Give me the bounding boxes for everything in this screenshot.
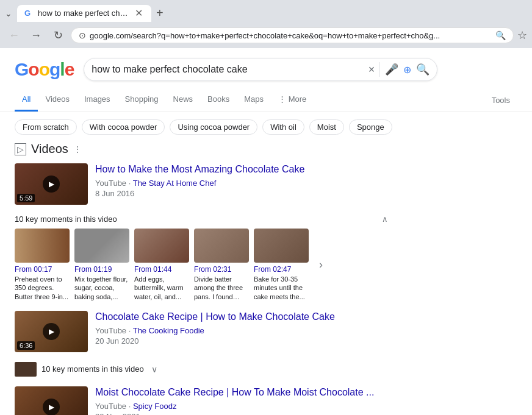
moment-more-button[interactable]: ›: [314, 247, 328, 282]
address-text: google.com/search?q=how+to+make+perfect+…: [90, 31, 492, 40]
logo-letter-l: l: [60, 59, 64, 80]
chip-sponge[interactable]: Sponge: [349, 119, 392, 135]
video-channel-2: The Cooking Foodie: [133, 326, 204, 335]
video-thumbnail-1[interactable]: ▶ 5:59: [15, 163, 88, 205]
forward-button[interactable]: →: [27, 26, 45, 44]
browser-tab[interactable]: G how to make perfect chocolate ✕: [17, 5, 151, 22]
moment-from-4: From 02:31: [194, 265, 249, 274]
tab-close-button[interactable]: ✕: [134, 9, 144, 18]
video-date-3: 30 Nov 2021: [95, 412, 388, 415]
moment-card-2[interactable]: From 01:19 Mix together flour, sugar, co…: [74, 229, 129, 301]
reload-button[interactable]: ↻: [49, 26, 67, 44]
back-button[interactable]: ←: [5, 26, 23, 44]
video-source-3: YouTube · Spicy Foodz: [95, 402, 388, 411]
moment-from-2: From 01:19: [74, 265, 129, 274]
moment-card-1[interactable]: From 00:17 Preheat oven to 350 degrees. …: [15, 229, 70, 301]
video-title-3[interactable]: Moist Chocolate Cake Recipe | How To Mak…: [95, 386, 388, 399]
chip-moist[interactable]: Moist: [309, 119, 344, 135]
moment-from-5: From 02:47: [254, 265, 309, 274]
chip-from-scratch[interactable]: From scratch: [15, 119, 77, 135]
bookmark-button[interactable]: ☆: [517, 29, 527, 42]
video-play-icon-2[interactable]: ▶: [43, 323, 60, 340]
video-play-icon-3[interactable]: ▶: [43, 399, 60, 415]
lens-search-icon[interactable]: ⊕: [403, 64, 411, 76]
logo-letter-e: e: [65, 59, 74, 80]
video-source-1: YouTube · The Stay At Home Chef: [95, 179, 388, 188]
videos-section-menu[interactable]: ⋮: [73, 144, 82, 154]
tab-videos[interactable]: Videos: [38, 88, 77, 112]
key-moments-grid-1: From 00:17 Preheat oven to 350 degrees. …: [15, 229, 388, 301]
key-moments-toggle-2[interactable]: ∨: [151, 364, 157, 374]
address-bar[interactable]: ⊙ google.com/search?q=how+to+make+perfec…: [71, 27, 514, 43]
moment-thumb-2: [74, 229, 129, 263]
moment-desc-2: Mix together flour, sugar, cocoa, baking…: [74, 275, 129, 301]
moment-thumb-1: [15, 229, 70, 263]
moment-card-4[interactable]: From 02:31 Divide batter among the three…: [194, 229, 249, 301]
key-moments-label-1: 10 key moments in this video: [15, 215, 117, 224]
chip-with-oil[interactable]: With oil: [262, 119, 304, 135]
tab-books[interactable]: Books: [200, 88, 237, 112]
search-submit-button[interactable]: 🔍: [416, 63, 430, 76]
mini-thumb-2: [15, 362, 37, 377]
key-moments-collapse-1[interactable]: ∧: [382, 215, 388, 224]
video-card-3: ▶ 3:48 Moist Chocolate Cake Recipe | How…: [15, 386, 388, 415]
chip-using-cocoa-powder[interactable]: Using cocoa powder: [170, 119, 257, 135]
video-source-2: YouTube · The Cooking Foodie: [95, 326, 388, 335]
tab-all[interactable]: All: [15, 88, 38, 112]
video-thumbnail-2[interactable]: ▶ 6:36: [15, 311, 88, 352]
videos-section-icon: ▷: [15, 143, 26, 155]
search-clear-button[interactable]: ×: [368, 63, 375, 76]
logo-letter-o2: o: [39, 59, 49, 80]
moment-thumb-5: [254, 229, 309, 263]
video-card-2: ▶ 6:36 Chocolate Cake Recipe | How to Ma…: [15, 311, 388, 352]
video-title-1[interactable]: How to Make the Most Amazing Chocolate C…: [95, 163, 388, 176]
search-divider: [379, 62, 380, 77]
moment-card-3[interactable]: From 01:44 Add eggs, buttermilk, warm wa…: [134, 229, 189, 301]
video-channel-3: Spicy Foodz: [133, 402, 177, 411]
google-header: Google × 🎤 ⊕ 🔍: [0, 48, 532, 86]
video-title-2[interactable]: Chocolate Cake Recipe | How to Make Choc…: [95, 311, 388, 324]
page-content: Google × 🎤 ⊕ 🔍 All Videos Images Shoppin…: [0, 48, 532, 415]
moment-desc-4: Divide batter among the three pans. I fo…: [194, 275, 249, 301]
moment-thumb-4: [194, 229, 249, 263]
tab-more[interactable]: ⋮ More: [271, 88, 314, 112]
new-tab-button[interactable]: +: [151, 4, 168, 23]
search-input[interactable]: [92, 64, 363, 75]
videos-section-title: Videos: [31, 142, 68, 156]
tab-images[interactable]: Images: [77, 88, 118, 112]
moment-desc-1: Preheat oven to 350 degrees. Butter thre…: [15, 275, 70, 301]
video-info-2: Chocolate Cake Recipe | How to Make Choc…: [95, 311, 388, 352]
moment-thumb-3: [134, 229, 189, 263]
videos-section-header: ▷ Videos ⋮: [15, 142, 388, 156]
nav-tabs: All Videos Images Shopping News Books Ma…: [0, 86, 532, 112]
search-box[interactable]: × 🎤 ⊕ 🔍: [84, 58, 437, 81]
address-search-icon: 🔍: [495, 30, 506, 40]
video-play-icon-1[interactable]: ▶: [43, 176, 60, 193]
moment-from-3: From 01:44: [134, 265, 189, 274]
moment-desc-5: Bake for 30-35 minutes until the cake me…: [254, 275, 309, 301]
logo-letter-g: G: [15, 59, 28, 80]
chip-with-cocoa-powder[interactable]: With cocoa powder: [82, 119, 165, 135]
browser-toolbar: ← → ↻ ⊙ google.com/search?q=how+to+make+…: [0, 23, 532, 48]
google-logo: Google: [15, 59, 74, 80]
tab-bar: ⌄ G how to make perfect chocolate ✕ +: [0, 0, 532, 23]
key-moments-header-1: 10 key moments in this video ∧: [15, 215, 388, 224]
key-moments-collapsed-2: 10 key moments in this video ∨: [15, 362, 388, 377]
browser-frame: ⌄ G how to make perfect chocolate ✕ + ← …: [0, 0, 532, 415]
tab-news[interactable]: News: [166, 88, 201, 112]
video-thumbnail-3[interactable]: ▶ 3:48: [15, 386, 88, 415]
tools-button[interactable]: Tools: [484, 90, 517, 111]
key-moments-text-2: 10 key moments in this video: [41, 364, 144, 374]
video-card-1: ▶ 5:59 How to Make the Most Amazing Choc…: [15, 163, 388, 205]
tab-dropdown-button[interactable]: ⌄: [5, 9, 12, 18]
video-info-3: Moist Chocolate Cake Recipe | How To Mak…: [95, 386, 388, 415]
moment-card-5[interactable]: From 02:47 Bake for 30-35 minutes until …: [254, 229, 309, 301]
tab-favicon: G: [24, 9, 34, 18]
video-duration-2: 6:36: [17, 341, 35, 350]
voice-search-icon[interactable]: 🎤: [385, 63, 398, 76]
tab-maps[interactable]: Maps: [237, 88, 271, 112]
moment-desc-3: Add eggs, buttermilk, warm water, oil, a…: [134, 275, 189, 301]
video-date-1: 8 Jun 2016: [95, 189, 388, 198]
logo-letter-o1: o: [28, 59, 38, 80]
tab-shopping[interactable]: Shopping: [118, 88, 166, 112]
